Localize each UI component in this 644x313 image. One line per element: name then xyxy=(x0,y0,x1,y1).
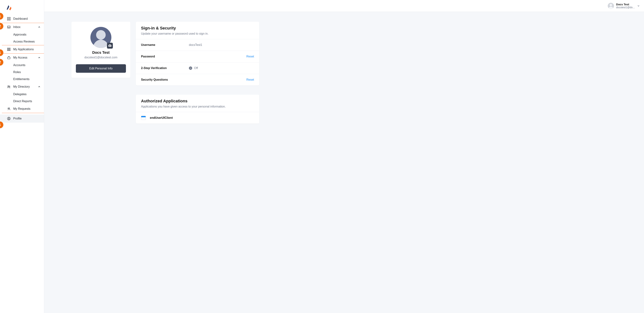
svg-rect-1 xyxy=(9,17,10,18)
row-label: Security Questions xyxy=(141,78,189,82)
row-2step: 2-Step Verification Off xyxy=(136,62,259,74)
svg-rect-7 xyxy=(10,48,10,48)
status-off-icon xyxy=(189,66,192,70)
app-name: endUserUIClient xyxy=(150,116,173,120)
sidebar-item-label: My Requests xyxy=(13,107,30,110)
chevron-up-icon xyxy=(38,86,40,88)
topbar: Docs Test docstest1@do... xyxy=(44,0,644,12)
profile-name: Docs Test xyxy=(76,50,126,55)
row-security-questions: Security Questions Reset xyxy=(136,74,259,86)
panel-subtitle: Update your username or password used to… xyxy=(141,32,254,35)
panel-title: Sign-in & Security xyxy=(141,26,254,30)
svg-rect-9 xyxy=(8,49,9,50)
svg-rect-10 xyxy=(10,49,10,50)
row-label: 2-Step Verification xyxy=(141,66,189,70)
inbox-icon xyxy=(7,25,11,29)
chevron-up-icon xyxy=(38,26,40,28)
upload-photo-button[interactable] xyxy=(107,43,113,48)
sidebar-item-my-requests[interactable]: My Requests xyxy=(0,105,44,113)
sidebar-item-label: My Directory xyxy=(13,85,30,88)
sidebar-item-label: Dashboard xyxy=(13,17,28,20)
row-label: Password xyxy=(141,55,189,58)
profile-avatar xyxy=(90,27,112,48)
camera-icon xyxy=(108,44,112,47)
logo-icon xyxy=(5,4,39,12)
panel-title: Authorized Applications xyxy=(141,99,254,104)
content: Docs Test docstest1@docstest.com Edit Pe… xyxy=(44,12,644,313)
sidebar-item-my-directory[interactable]: My Directory xyxy=(0,83,44,91)
sidebar-item-label: My Access xyxy=(13,56,27,59)
app-icon xyxy=(141,116,146,120)
svg-rect-5 xyxy=(7,48,8,48)
sidebar-item-label: Delegates xyxy=(13,92,26,96)
sidebar-item-my-applications[interactable]: My Applications xyxy=(0,45,44,54)
svg-point-21 xyxy=(96,30,106,40)
dashboard-icon xyxy=(7,17,11,20)
chevron-up-icon xyxy=(38,56,40,59)
sidebar-item-label: Entitlements xyxy=(13,78,30,81)
svg-rect-0 xyxy=(7,17,8,18)
sidebar-item-my-access[interactable]: My Access xyxy=(0,54,44,62)
sidebar-item-label: Access Reviews xyxy=(13,40,34,43)
avatar-icon xyxy=(608,3,614,9)
svg-rect-3 xyxy=(9,19,10,20)
svg-point-15 xyxy=(8,86,9,87)
sidebar: 1 Dashboard 2 Inbox Approvals Access Rev… xyxy=(0,0,44,313)
header-user-email: docstest1@do... xyxy=(616,6,635,9)
sidebar-item-label: Direct Reports xyxy=(13,100,32,103)
svg-rect-2 xyxy=(7,19,8,20)
row-username: Username docsTest1 xyxy=(136,39,259,51)
person-plus-icon xyxy=(7,107,11,111)
row-password: Password Reset xyxy=(136,51,259,62)
reset-security-questions-link[interactable]: Reset xyxy=(246,78,254,82)
sidebar-item-label: Roles xyxy=(13,70,21,74)
svg-point-20 xyxy=(610,4,612,6)
svg-point-19 xyxy=(8,118,10,119)
sidebar-item-label: Inbox xyxy=(13,26,20,29)
people-icon xyxy=(7,85,11,88)
apps-grid-icon xyxy=(7,48,11,51)
user-circle-icon xyxy=(7,117,11,120)
user-menu[interactable]: Docs Test docstest1@do... xyxy=(608,3,640,9)
panel-subtitle: Applications you have given access to yo… xyxy=(141,105,254,108)
svg-point-17 xyxy=(8,108,10,109)
svg-point-16 xyxy=(9,86,10,87)
app-row[interactable]: endUserUIClient xyxy=(136,112,259,124)
profile-card: Docs Test docstest1@docstest.com Edit Pe… xyxy=(72,22,130,78)
sidebar-item-entitlements[interactable]: Entitlements xyxy=(0,76,44,83)
main: Docs Test docstest1@do... xyxy=(44,0,644,313)
sidebar-item-access-reviews[interactable]: Access Reviews xyxy=(0,38,44,45)
reset-password-link[interactable]: Reset xyxy=(246,55,254,58)
sidebar-item-label: Profile xyxy=(13,117,22,120)
briefcase-icon xyxy=(7,56,11,60)
svg-rect-6 xyxy=(8,48,9,48)
svg-rect-13 xyxy=(10,50,10,51)
authorized-apps-panel: Authorized Applications Applications you… xyxy=(136,95,259,124)
sidebar-item-profile[interactable]: Profile xyxy=(0,114,44,122)
sidebar-item-roles[interactable]: Roles xyxy=(0,69,44,76)
svg-rect-11 xyxy=(7,50,8,51)
sidebar-item-approvals[interactable]: Approvals xyxy=(0,31,44,38)
app-logo xyxy=(0,0,44,15)
profile-email: docstest1@docstest.com xyxy=(76,56,126,59)
sidebar-item-dashboard[interactable]: Dashboard xyxy=(0,15,44,23)
row-label: Username xyxy=(141,43,189,46)
row-value: docsTest1 xyxy=(189,43,254,46)
svg-rect-14 xyxy=(8,57,10,59)
sidebar-item-inbox[interactable]: Inbox xyxy=(0,23,44,31)
header-user-name: Docs Test xyxy=(616,3,635,6)
chevron-down-icon xyxy=(637,5,640,7)
svg-rect-8 xyxy=(7,49,8,50)
edit-personal-info-button[interactable]: Edit Personal Info xyxy=(76,64,126,73)
nav: 1 Dashboard 2 Inbox Approvals Access Rev… xyxy=(0,15,44,122)
row-value: Off xyxy=(194,66,198,70)
security-panel: Sign-in & Security Update your username … xyxy=(136,22,259,86)
sidebar-item-accounts[interactable]: Accounts xyxy=(0,62,44,69)
sidebar-item-label: Accounts xyxy=(13,64,26,67)
sidebar-item-label: Approvals xyxy=(13,33,26,36)
svg-rect-12 xyxy=(8,50,9,51)
sidebar-item-delegates[interactable]: Delegates xyxy=(0,91,44,98)
sidebar-item-direct-reports[interactable]: Direct Reports xyxy=(0,98,44,105)
sidebar-item-label: My Applications xyxy=(13,48,34,51)
